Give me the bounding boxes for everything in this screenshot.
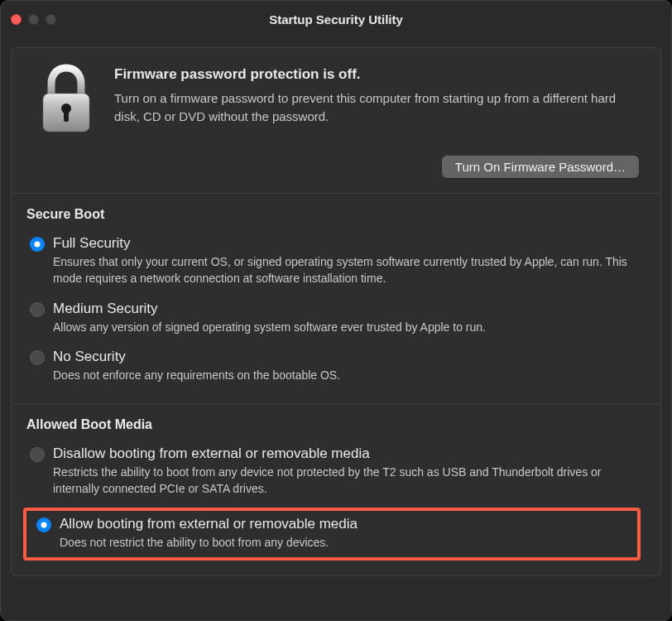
content-area: Firmware password protection is off. Tur… [1,47,671,576]
radio-icon [30,302,45,317]
radio-description: Does not restrict the ability to boot fr… [60,534,631,551]
radio-label: No Security [53,349,644,365]
lock-icon [33,63,99,136]
highlight-annotation: Allow booting from external or removable… [23,508,641,561]
startup-security-window: Startup Security Utility [0,0,672,621]
radio-description: Ensures that only your current OS, or si… [53,253,644,287]
radio-icon [30,237,45,252]
close-window-button[interactable] [11,14,22,25]
firmware-text: Firmware password protection is off. Tur… [114,63,639,126]
allowed-boot-media-title: Allowed Boot Media [26,417,644,432]
radio-label: Allow booting from external or removable… [60,516,631,532]
radio-icon [30,447,45,462]
radio-content: Disallow booting from external or remova… [53,445,644,498]
maximize-window-button[interactable] [46,14,56,25]
firmware-button-row: Turn On Firmware Password… [33,156,639,178]
firmware-password-section: Firmware password protection is off. Tur… [11,47,661,194]
firmware-description: Turn on a firmware password to prevent t… [114,89,639,126]
radio-content: Medium Security Allows any version of si… [53,301,644,335]
radio-label: Medium Security [53,301,644,317]
minimize-window-button[interactable] [28,14,39,25]
titlebar: Startup Security Utility [1,1,671,37]
svg-rect-2 [64,110,69,122]
radio-description: Does not enforce any requirements on the… [53,367,644,383]
traffic-lights [11,14,56,25]
radio-label: Full Security [53,235,644,252]
boot-media-option-allow[interactable]: Allow booting from external or removable… [36,516,631,551]
firmware-header: Firmware password protection is off. Tur… [33,63,639,136]
radio-content: No Security Does not enforce any require… [53,349,644,383]
window-title: Startup Security Utility [1,12,671,26]
radio-content: Allow booting from external or removable… [60,516,631,551]
firmware-status-title: Firmware password protection is off. [114,66,639,83]
radio-icon [36,518,51,532]
radio-content: Full Security Ensures that only your cur… [53,235,644,287]
secure-boot-option-medium[interactable]: Medium Security Allows any version of si… [30,297,644,340]
boot-media-option-disallow[interactable]: Disallow booting from external or remova… [30,442,644,503]
secure-boot-option-none[interactable]: No Security Does not enforce any require… [30,345,644,388]
radio-label: Disallow booting from external or remova… [53,445,644,462]
radio-icon [30,350,45,365]
radio-description: Allows any version of signed operating s… [53,319,644,335]
allowed-boot-media-section: Allowed Boot Media Disallow booting from… [11,404,661,576]
turn-on-firmware-password-button[interactable]: Turn On Firmware Password… [442,156,639,178]
radio-description: Restricts the ability to boot from any d… [53,464,644,498]
secure-boot-title: Secure Boot [26,207,644,222]
secure-boot-section: Secure Boot Full Security Ensures that o… [11,194,661,404]
secure-boot-option-full[interactable]: Full Security Ensures that only your cur… [30,232,644,292]
